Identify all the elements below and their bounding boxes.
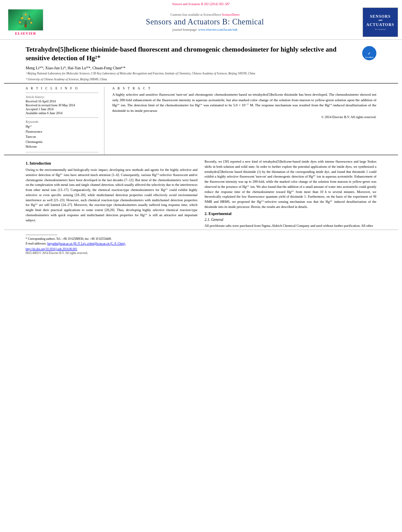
abstract-text: A highly selective and sensitive fluores… (112, 92, 376, 113)
section1-right-text: Recently, we [30] reported a new kind of… (205, 159, 376, 209)
footnote-emails: E-mail addresses: haiyanlu@ucas.ac.cn (H… (26, 241, 376, 246)
section2-heading: 2. Experimental (205, 211, 376, 216)
copyright-notice: © 2014 Elsevier B.V. All rights reserved… (112, 115, 376, 119)
journal-homepage: journal homepage: www.elsevier.com/locat… (47, 28, 363, 32)
article-title: Tetrahydro[5]helicene thioimide-based fl… (26, 45, 358, 63)
divider-2 (26, 117, 99, 118)
keyword-hg: Hg²⁺ (26, 124, 99, 130)
section21-text: All perchlorate salts were purchased fro… (205, 223, 376, 228)
keywords-list: Hg²⁺ Fluorescence Turn-on Chromogenic He… (26, 124, 99, 150)
abstract-column: A B S T R A C T A highly selective and s… (112, 87, 376, 155)
footer: * Corresponding authors. Tel.: +86 10 62… (4, 230, 398, 257)
svg-point-8 (19, 22, 21, 24)
elsevier-logo: ELSEVIER (4, 9, 47, 35)
article-history-label: Article history: (26, 95, 99, 99)
keyword-turnon: Turn-on (26, 135, 99, 140)
svg-text:CrossMark: CrossMark (365, 56, 374, 58)
svg-point-6 (28, 18, 30, 20)
article-info-heading: A R T I C L E I N F O (26, 87, 99, 90)
body-right-column: Recently, we [30] reported a new kind of… (205, 159, 376, 230)
divider-3 (26, 152, 99, 152)
keyword-helicene: Helicene (26, 145, 99, 150)
affiliation-b: ᵇ University of Chinese Academy of Scien… (26, 78, 376, 82)
footer-separator (26, 235, 57, 235)
crossmark-badge: ✓ CrossMark (362, 46, 376, 60)
article-info-column: A R T I C L E I N F O Article history: R… (26, 87, 104, 155)
journal-homepage-link[interactable]: www.elsevier.com/locate/snb (198, 28, 238, 32)
divider-1 (26, 93, 99, 93)
svg-point-5 (21, 17, 23, 19)
authors: Meng Liᵃ'ᵇ, Xiao-Jun Liᵇ, Hai-Yan Luᵇ'*,… (26, 66, 376, 70)
email-links[interactable]: haiyanlu@ucas.ac.cn (H.-Y. Lu), cchen@ic… (47, 242, 126, 245)
received-date: Received 16 April 2014 (26, 100, 99, 103)
sensors-logo-sub: B: Chemical (375, 28, 386, 31)
affiliation-a: ᵃ Beijing National Laboratory for Molecu… (26, 72, 376, 76)
footer-copyright: 0925-4005/© 2014 Elsevier B.V. All right… (26, 251, 376, 255)
abstract-heading: A B S T R A C T (112, 87, 376, 90)
section1-text: Owing to the environmentally and biologi… (26, 167, 197, 222)
sensors-logo-and: and (378, 19, 382, 22)
section21-heading: 2.1. General (205, 218, 376, 222)
sensors-actuators-logo: SENSORS and ACTUATORS B: Chemical (363, 7, 398, 37)
elsevier-logo-image (8, 9, 43, 31)
header-main: ELSEVIER Contents lists available at Sci… (0, 7, 402, 39)
journal-reference: Sensors and Actuators B 202 (2014) 583–5… (0, 2, 402, 6)
article-info-abstract-section: A R T I C L E I N F O Article history: R… (4, 83, 398, 155)
journal-title-block: Contents lists available at ScienceDirec… (47, 13, 363, 32)
elsevier-wordmark: ELSEVIER (15, 32, 36, 35)
footnote-corresponding: * Corresponding authors. Tel.: +86 10 62… (26, 237, 376, 241)
sensors-logo-sensors: SENSORS (370, 14, 391, 19)
doi-link[interactable]: http://dx.doi.org/10.1016/j.snb.2014.06.… (26, 247, 376, 251)
header: Sensors and Actuators B 202 (2014) 583–5… (0, 0, 402, 40)
article-header: Tetrahydro[5]helicene thioimide-based fl… (4, 40, 398, 83)
svg-point-7 (25, 14, 27, 16)
keyword-fluorescence: Fluorescence (26, 130, 99, 135)
journal-title: Sensors and Actuators B: Chemical (47, 17, 363, 26)
svg-point-4 (22, 12, 29, 20)
keyword-chromogenic: Chromogenic (26, 140, 99, 145)
revised-date: Received in revised form 30 May 2014 (26, 104, 99, 107)
keywords-heading: Keywords: (26, 120, 99, 124)
body-two-columns: 1. Introduction Owing to the environment… (26, 159, 376, 230)
accepted-date: Accepted 1 June 2014 (26, 108, 99, 111)
article-title-block: Tetrahydro[5]helicene thioimide-based fl… (26, 45, 376, 63)
body-left-column: 1. Introduction Owing to the environment… (26, 159, 197, 230)
available-date: Available online 6 June 2014 (26, 111, 99, 115)
sensors-logo-actuators: ACTUATORS (367, 22, 395, 27)
svg-text:✓: ✓ (368, 52, 371, 56)
sciencedirect-label: Contents lists available at ScienceDirec… (47, 13, 363, 17)
body-content: 1. Introduction Owing to the environment… (4, 155, 398, 230)
svg-point-9 (30, 22, 32, 24)
section1-heading: 1. Introduction (26, 161, 197, 165)
